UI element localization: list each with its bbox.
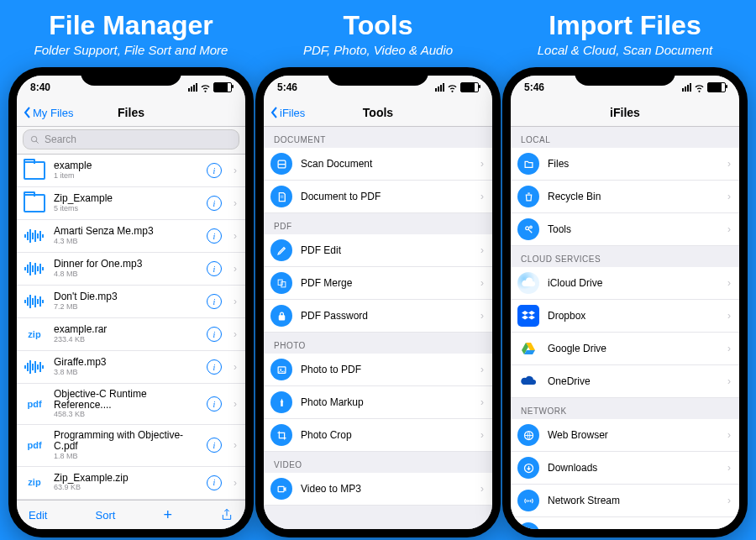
pdf-icon: pdf <box>24 393 45 415</box>
list-item[interactable]: Photo to PDF› <box>264 354 492 386</box>
file-row[interactable]: Zip_Example5 itemsi› <box>17 187 245 220</box>
audio-icon <box>24 258 45 280</box>
info-icon[interactable]: i <box>207 327 222 342</box>
panel-subtitle: Folder Support, File Sort and More <box>34 43 228 57</box>
list-item[interactable]: Photo Markup› <box>264 386 492 419</box>
svg-point-46 <box>529 226 532 228</box>
share-icon[interactable] <box>220 507 234 522</box>
onedrive-icon <box>517 370 539 392</box>
files-list[interactable]: example1 itemi›Zip_Example5 itemsi›Amart… <box>17 155 245 502</box>
list-item[interactable]: Web Browser› <box>511 419 739 452</box>
info-icon[interactable]: i <box>207 438 222 453</box>
panel-title: Import Files <box>549 10 701 41</box>
info-icon[interactable]: i <box>207 163 222 178</box>
svg-rect-39 <box>281 281 285 286</box>
svg-line-1 <box>36 140 39 143</box>
svg-rect-32 <box>39 362 41 372</box>
svg-rect-28 <box>29 360 31 374</box>
list-item[interactable]: Recycle Bin› <box>511 181 739 213</box>
file-label: Amarti Senza Me.mp34.3 MB <box>54 226 198 245</box>
list-item[interactable]: Video to MP3› <box>264 473 492 506</box>
list-item[interactable]: PDF Merge› <box>264 267 492 300</box>
item-label: Network Stream <box>548 495 719 506</box>
svg-rect-23 <box>37 299 39 304</box>
file-row[interactable]: zipexample.rar233.4 KBi› <box>17 318 245 351</box>
back-button[interactable]: iFiles <box>270 107 305 119</box>
chevron-right-icon: › <box>480 396 484 408</box>
list-item[interactable]: OneDrive› <box>511 365 739 398</box>
status-right <box>188 82 232 93</box>
item-label: Web Browser <box>548 429 719 441</box>
file-row[interactable]: zipZip_Example.zip63.9 KBi› <box>17 467 245 500</box>
svg-rect-14 <box>34 263 36 275</box>
panel-title: File Manager <box>49 10 213 41</box>
file-row[interactable]: Giraffe.mp33.8 MBi› <box>17 351 245 384</box>
list-item[interactable]: Wi-Fi Transfer› <box>511 517 739 529</box>
file-label: Giraffe.mp33.8 MB <box>54 357 198 376</box>
list-item[interactable]: Downloads› <box>511 452 739 485</box>
list-item[interactable]: Dropbox› <box>511 300 739 333</box>
folder-icon <box>24 160 45 181</box>
file-row[interactable]: pdfObjective-C Runtime Reference....458.… <box>17 384 245 425</box>
back-button[interactable]: My Files <box>24 107 73 119</box>
chevron-right-icon: › <box>234 230 237 242</box>
list-item[interactable]: PDF Password› <box>264 300 492 333</box>
list-item[interactable]: Network Stream› <box>511 485 739 517</box>
file-row[interactable]: Dinner for One.mp34.8 MBi› <box>17 253 245 286</box>
search-icon <box>30 135 39 144</box>
photo-icon <box>270 359 292 380</box>
list-item[interactable]: Scan Document› <box>264 148 492 181</box>
group-header: PDF <box>264 213 492 234</box>
chevron-right-icon: › <box>480 158 484 170</box>
chevron-right-icon: › <box>727 223 731 235</box>
chevron-right-icon: › <box>480 310 484 322</box>
info-icon[interactable]: i <box>207 261 222 276</box>
file-row[interactable]: pdfProgramming with Objective-C.pdf1.8 M… <box>17 425 245 466</box>
chevron-right-icon: › <box>727 310 731 322</box>
list-item[interactable]: PDF Edit› <box>264 234 492 267</box>
screen: 5:46 iFiles LOCALFiles›Recycle Bin›Tools… <box>511 76 739 529</box>
edit-button[interactable]: Edit <box>29 509 47 522</box>
video-icon <box>270 478 292 500</box>
info-icon[interactable]: i <box>207 396 222 412</box>
svg-rect-16 <box>39 264 41 274</box>
svg-rect-25 <box>42 300 44 303</box>
tools-list[interactable]: DOCUMENTScan Document›Document to PDF›PD… <box>264 127 492 529</box>
chevron-right-icon: › <box>480 277 484 289</box>
item-label: PDF Password <box>301 310 472 322</box>
search-input[interactable]: Search <box>24 130 239 149</box>
list-item[interactable]: Document to PDF› <box>264 181 492 213</box>
list-item[interactable]: iCloud Drive› <box>511 267 739 300</box>
back-label: My Files <box>33 107 73 119</box>
info-icon[interactable]: i <box>207 475 222 490</box>
screen: 5:46 iFiles Tools DOCUMENTScan Docum <box>264 76 492 529</box>
file-row[interactable]: Don't Die.mp37.2 MBi› <box>17 286 245 318</box>
sort-button[interactable]: Sort <box>95 509 115 522</box>
info-icon[interactable]: i <box>207 294 222 309</box>
notch <box>328 67 428 86</box>
file-label: example.rar233.4 KB <box>54 324 198 343</box>
chevron-right-icon: › <box>727 191 731 202</box>
battery-icon <box>213 82 232 92</box>
svg-point-0 <box>31 136 36 141</box>
dropbox-icon <box>517 305 539 327</box>
item-label: Photo to PDF <box>301 364 472 375</box>
list-item[interactable]: Photo Crop› <box>264 419 492 452</box>
wifi-icon <box>447 82 458 93</box>
info-icon[interactable]: i <box>207 228 222 244</box>
svg-point-53 <box>528 500 529 501</box>
file-row[interactable]: Amarti Senza Me.mp34.3 MBi› <box>17 220 245 253</box>
info-icon[interactable]: i <box>207 196 222 211</box>
item-label: Video to MP3 <box>301 483 472 495</box>
file-row[interactable]: example1 itemi› <box>17 155 245 187</box>
svg-rect-26 <box>24 365 26 369</box>
list-item[interactable]: Google Drive› <box>511 333 739 365</box>
info-icon[interactable]: i <box>207 359 222 375</box>
list-item[interactable]: Tools› <box>511 213 739 246</box>
svg-rect-2 <box>24 234 26 238</box>
import-list[interactable]: LOCALFiles›Recycle Bin›Tools›CLOUD SERVI… <box>511 127 739 529</box>
svg-rect-5 <box>32 233 34 239</box>
svg-rect-15 <box>37 266 39 271</box>
list-item[interactable]: Files› <box>511 148 739 181</box>
add-button[interactable]: + <box>163 506 172 524</box>
